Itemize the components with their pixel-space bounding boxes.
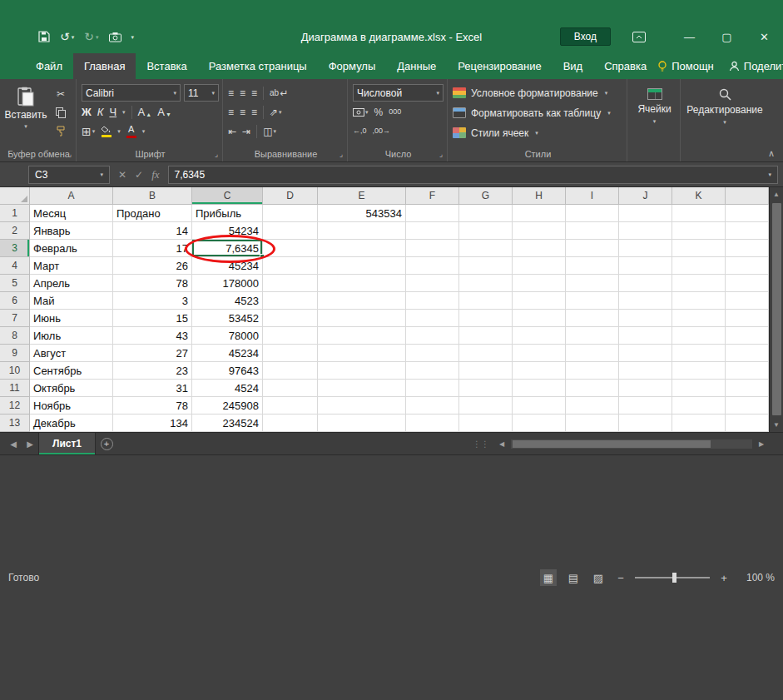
- cell-D2[interactable]: [263, 222, 318, 240]
- cell-F12[interactable]: [406, 397, 459, 415]
- increase-font-button[interactable]: А▲: [138, 107, 152, 117]
- cell-D3[interactable]: [263, 240, 318, 257]
- align-center-button[interactable]: ≡: [240, 107, 245, 117]
- cell-D12[interactable]: [263, 397, 318, 415]
- cell-A7[interactable]: Июнь: [30, 310, 113, 327]
- cell-A9[interactable]: Август: [30, 345, 113, 362]
- cell-G11[interactable]: [459, 380, 513, 397]
- font-dialog-launcher[interactable]: ⌟: [215, 151, 218, 158]
- cell-K6[interactable]: [672, 292, 726, 310]
- cell-K13[interactable]: [672, 415, 726, 432]
- cell-H4[interactable]: [513, 257, 566, 275]
- cell-D11[interactable]: [263, 380, 318, 397]
- scroll-left-icon[interactable]: ◀: [495, 440, 508, 448]
- page-break-view-button[interactable]: ▨: [590, 569, 607, 586]
- cell-G12[interactable]: [459, 397, 513, 415]
- cell-E10[interactable]: [318, 362, 406, 380]
- sheet-nav-next-button[interactable]: ▶: [22, 433, 38, 454]
- cell-E7[interactable]: [318, 310, 406, 327]
- cell-H10[interactable]: [513, 362, 566, 380]
- cell-A12[interactable]: Ноябрь: [30, 397, 113, 415]
- cell-A11[interactable]: Октябрь: [30, 380, 113, 397]
- close-button[interactable]: ✕: [746, 23, 783, 50]
- row-header-5[interactable]: 5: [0, 275, 30, 292]
- row-header-10[interactable]: 10: [0, 362, 30, 380]
- cell-E1[interactable]: 543534: [318, 205, 406, 222]
- cell-I6[interactable]: [566, 292, 619, 310]
- row-header-3[interactable]: 3: [0, 240, 30, 257]
- cell-C12[interactable]: 245908: [192, 397, 263, 415]
- zoom-in-button[interactable]: +: [718, 572, 730, 584]
- formula-input[interactable]: 7,6345▾: [168, 166, 778, 184]
- cell-H9[interactable]: [513, 345, 566, 362]
- cell-G3[interactable]: [459, 240, 513, 257]
- redo-button[interactable]: ↻▾: [84, 31, 98, 42]
- cell-X12[interactable]: [726, 397, 769, 415]
- cell-K2[interactable]: [672, 222, 726, 240]
- cell-A4[interactable]: Март: [30, 257, 113, 275]
- cell-E9[interactable]: [318, 345, 406, 362]
- cell-F4[interactable]: [406, 257, 459, 275]
- percent-style-button[interactable]: %: [374, 107, 384, 117]
- cell-D1[interactable]: [263, 205, 318, 222]
- tab-formulas[interactable]: Формулы: [318, 53, 387, 79]
- cell-J12[interactable]: [619, 397, 672, 415]
- cell-H7[interactable]: [513, 310, 566, 327]
- sheet-nav-prev-button[interactable]: ◀: [5, 433, 22, 454]
- cell-I4[interactable]: [566, 257, 619, 275]
- number-format-combo[interactable]: Числовой▾: [353, 84, 444, 102]
- sheet-tab-list1[interactable]: Лист1: [38, 433, 96, 454]
- cell-J6[interactable]: [619, 292, 672, 310]
- enter-entry-button[interactable]: ✓: [135, 169, 143, 181]
- save-button[interactable]: [38, 31, 50, 42]
- cell-B9[interactable]: 27: [113, 345, 192, 362]
- ribbon-display-options-button[interactable]: [632, 32, 646, 42]
- row-header-1[interactable]: 1: [0, 205, 30, 222]
- alignment-dialog-launcher[interactable]: ⌟: [339, 151, 343, 158]
- number-dialog-launcher[interactable]: ⌟: [439, 151, 443, 158]
- cell-D6[interactable]: [263, 292, 318, 310]
- cell-K11[interactable]: [672, 380, 726, 397]
- row-header-6[interactable]: 6: [0, 292, 30, 310]
- decrease-font-button[interactable]: А▼: [157, 107, 171, 117]
- cell-B4[interactable]: 26: [113, 257, 192, 275]
- increase-indent-button[interactable]: ⇥: [242, 127, 250, 137]
- align-right-button[interactable]: ≡: [251, 107, 257, 117]
- cell-X7[interactable]: [726, 310, 769, 327]
- column-header-B[interactable]: B: [113, 187, 192, 205]
- cell-G4[interactable]: [459, 257, 513, 275]
- cell-I10[interactable]: [566, 362, 619, 380]
- column-header-D[interactable]: D: [263, 187, 318, 205]
- cell-styles-button[interactable]: Стили ячеек▾: [453, 123, 623, 142]
- cell-X8[interactable]: [726, 327, 769, 345]
- cell-F11[interactable]: [406, 380, 459, 397]
- cell-I5[interactable]: [566, 275, 619, 292]
- horizontal-scrollbar[interactable]: [511, 439, 752, 449]
- collapse-ribbon-button[interactable]: ∧: [768, 149, 775, 158]
- cell-I9[interactable]: [566, 345, 619, 362]
- row-header-2[interactable]: 2: [0, 222, 30, 240]
- insert-function-button[interactable]: fx: [151, 168, 159, 181]
- cell-G2[interactable]: [459, 222, 513, 240]
- cell-F3[interactable]: [406, 240, 459, 257]
- tab-data[interactable]: Данные: [386, 53, 447, 79]
- align-left-button[interactable]: ≡: [228, 107, 234, 117]
- cell-B10[interactable]: 23: [113, 362, 192, 380]
- cell-D7[interactable]: [263, 310, 318, 327]
- cell-H11[interactable]: [513, 380, 566, 397]
- cell-A6[interactable]: Май: [30, 292, 113, 310]
- cell-C5[interactable]: 178000: [192, 275, 263, 292]
- align-bottom-button[interactable]: ≡: [251, 88, 257, 98]
- column-header-E[interactable]: E: [318, 187, 406, 205]
- cell-I7[interactable]: [566, 310, 619, 327]
- column-header-C[interactable]: C: [192, 187, 263, 205]
- tab-insert[interactable]: Вставка: [136, 53, 197, 79]
- font-size-combo[interactable]: 11▾: [184, 84, 219, 102]
- bold-button[interactable]: Ж: [82, 107, 92, 117]
- column-header-I[interactable]: I: [566, 187, 619, 205]
- row-header-11[interactable]: 11: [0, 380, 30, 397]
- orientation-button[interactable]: ⇗▾: [270, 107, 282, 117]
- cell-F1[interactable]: [406, 205, 459, 222]
- cell-X10[interactable]: [726, 362, 769, 380]
- wrap-text-button[interactable]: ab↵: [270, 88, 288, 98]
